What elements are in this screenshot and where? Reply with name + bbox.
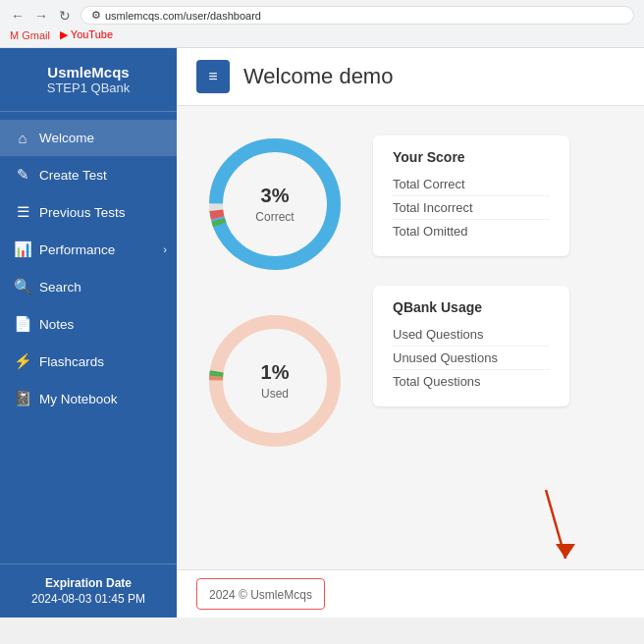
stat-total-omitted: Total Omitted [393,220,550,242]
stat-used-questions: Used Questions [393,323,550,347]
sidebar-item-search[interactable]: 🔍 Search [0,268,177,305]
used-percent: 1% [261,361,290,384]
search-icon: 🔍 [14,278,31,295]
main-content: ≡ Welcome demo [177,48,644,617]
sidebar-label-my-notebook: My Notebook [39,392,118,406]
footer-box: 2024 © UsmleMcqs [196,578,325,610]
notes-icon: 📄 [14,315,31,333]
correct-text: Correct [255,210,294,224]
sidebar: UsmleMcqs STEP1 QBank ⌂ Welcome ✎ Create… [0,48,177,617]
sidebar-label-create-test: Create Test [39,168,107,183]
gmail-icon: M [10,29,19,41]
main-footer: 2024 © UsmleMcqs [177,569,644,617]
sidebar-item-previous-tests[interactable]: ☰ Previous Tests [0,193,177,231]
sidebar-nav: ⌂ Welcome ✎ Create Test ☰ Previous Tests… [0,112,177,564]
url-text: usmlemcqs.com/user/dashboard [105,10,261,22]
used-chart: 1% Used [196,302,353,459]
used-donut-label: 1% Used [261,361,290,402]
sidebar-item-welcome[interactable]: ⌂ Welcome [0,120,177,156]
stat-total-questions: Total Questions [393,370,550,393]
used-text: Used [261,387,289,401]
list-icon: ☰ [14,203,31,221]
app-container: UsmleMcqs STEP1 QBank ⌂ Welcome ✎ Create… [0,48,644,617]
stat-total-incorrect: Total Incorrect [393,196,550,220]
correct-percent: 3% [255,185,294,207]
stat-total-correct: Total Correct [393,173,550,196]
app-subtitle: STEP1 QBank [12,80,165,95]
back-button[interactable]: ← [10,8,26,24]
stat-unused-questions: Unused Questions [393,347,550,370]
browser-bookmarks: M Gmail ▶ YouTube [10,28,634,41]
sidebar-footer: Expiration Date 2024-08-03 01:45 PM [0,564,177,617]
expiration-value: 2024-08-03 01:45 PM [12,592,165,606]
app-name: UsmleMcqs [12,64,165,80]
sidebar-item-my-notebook[interactable]: 📓 My Notebook [0,380,177,417]
browser-chrome: ← → ↻ ⚙ usmlemcqs.com/user/dashboard M G… [0,0,644,48]
usage-group-title: QBank Usage [393,299,550,315]
home-icon: ⌂ [14,130,31,146]
sidebar-label-performance: Performance [39,242,115,257]
youtube-bookmark[interactable]: ▶ YouTube [60,28,113,41]
create-test-icon: ✎ [14,166,31,184]
sidebar-label-flashcards: Flashcards [39,354,104,369]
sidebar-item-notes[interactable]: 📄 Notes [0,305,177,343]
dashboard-body: 3% Correct [177,106,644,569]
correct-chart: 3% Correct [196,126,353,283]
charts-section: 3% Correct [196,126,353,550]
stats-section: Your Score Total Correct Total Incorrect… [373,126,569,550]
sidebar-label-previous-tests: Previous Tests [39,205,126,220]
sidebar-label-welcome: Welcome [39,131,94,145]
flashcards-icon: ⚡ [14,352,31,370]
correct-donut-label: 3% Correct [255,185,294,225]
sidebar-label-search: Search [39,280,81,295]
performance-icon: 📊 [14,241,31,258]
browser-nav: ← → ↻ ⚙ usmlemcqs.com/user/dashboard [10,6,634,25]
usage-group: QBank Usage Used Questions Unused Questi… [373,286,569,406]
chevron-right-icon: › [163,243,167,255]
score-group-title: Your Score [393,149,550,165]
site-icon: ⚙ [91,9,101,22]
notebook-icon: 📓 [14,390,31,407]
forward-button[interactable]: → [33,8,49,24]
content-area: ≡ Welcome demo [177,48,644,617]
sidebar-item-create-test[interactable]: ✎ Create Test [0,156,177,193]
sidebar-item-performance[interactable]: 📊 Performance › [0,231,177,268]
welcome-title: Welcome demo [243,64,393,89]
youtube-icon: ▶ [60,28,68,40]
score-group: Your Score Total Correct Total Incorrect… [373,135,569,256]
address-bar[interactable]: ⚙ usmlemcqs.com/user/dashboard [80,6,634,25]
menu-button[interactable]: ≡ [196,60,230,93]
top-bar: ≡ Welcome demo [177,48,644,106]
sidebar-header: UsmleMcqs STEP1 QBank [0,48,177,112]
expiration-label: Expiration Date [12,576,165,590]
gmail-bookmark[interactable]: M Gmail [10,29,50,41]
hamburger-icon: ≡ [208,68,217,85]
reload-button[interactable]: ↻ [57,8,73,24]
sidebar-label-notes: Notes [39,317,74,332]
sidebar-item-flashcards[interactable]: ⚡ Flashcards [0,343,177,380]
copyright-text: 2024 © UsmleMcqs [209,588,312,602]
